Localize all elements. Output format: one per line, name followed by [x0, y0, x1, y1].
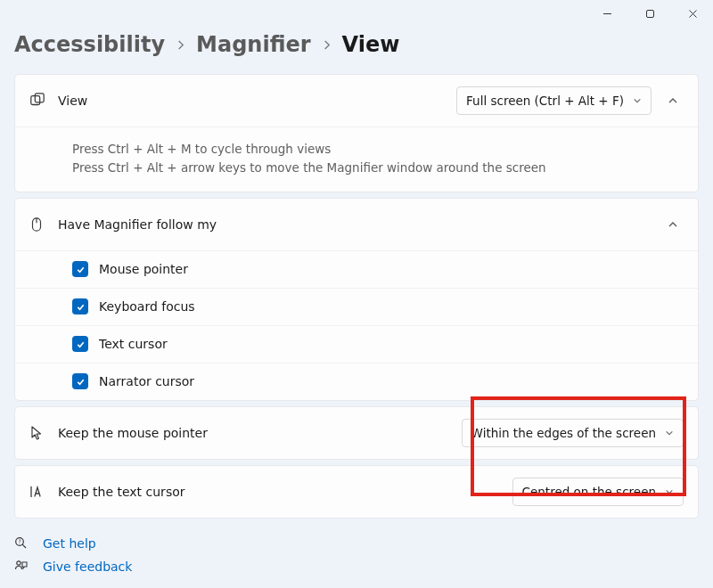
follow-label: Have Magnifier follow my	[58, 217, 662, 232]
breadcrumb-accessibility[interactable]: Accessibility	[14, 32, 165, 58]
keep-text-card: Keep the text cursor Centred on the scre…	[14, 465, 699, 519]
svg-line-10	[22, 544, 26, 548]
mouse-icon	[29, 216, 58, 233]
window-close-button[interactable]	[679, 0, 706, 27]
keep-mouse-label: Keep the mouse pointer	[58, 426, 462, 440]
follow-option-mouse-pointer[interactable]: Mouse pointer	[15, 250, 698, 288]
give-feedback-link[interactable]: Give feedback	[43, 559, 132, 574]
breadcrumb-magnifier[interactable]: Magnifier	[196, 32, 310, 58]
keep-mouse-row: Keep the mouse pointer Within the edges …	[15, 407, 698, 459]
keep-text-label: Keep the text cursor	[58, 485, 512, 499]
checkbox-checked-icon[interactable]	[72, 298, 88, 314]
svg-point-12	[17, 560, 20, 564]
follow-option-keyboard-focus[interactable]: Keyboard focus	[15, 288, 698, 325]
breadcrumb: Accessibility Magnifier View	[14, 32, 699, 58]
follow-option-label: Narrator cursor	[99, 374, 194, 388]
follow-option-label: Keyboard focus	[99, 299, 195, 314]
view-label: View	[58, 94, 456, 108]
chevron-right-icon	[322, 40, 332, 50]
keep-text-row: Keep the text cursor Centred on the scre…	[15, 466, 698, 518]
chevron-down-icon	[633, 96, 642, 105]
checkbox-checked-icon[interactable]	[72, 373, 88, 389]
chevron-down-icon	[665, 487, 674, 496]
view-hint-2: Press Ctrl + Alt + arrow keys to move th…	[72, 159, 684, 177]
follow-option-label: Mouse pointer	[99, 262, 188, 276]
chevron-right-icon	[176, 40, 185, 50]
keep-text-select[interactable]: Centred on the screen	[512, 478, 684, 506]
checkbox-checked-icon[interactable]	[72, 261, 88, 277]
breadcrumb-view: View	[342, 32, 400, 58]
keep-mouse-selected: Within the edges of the screen	[471, 426, 656, 440]
feedback-icon	[14, 559, 32, 574]
keep-mouse-select[interactable]: Within the edges of the screen	[462, 419, 684, 447]
collapse-view-section-button[interactable]	[662, 90, 684, 111]
get-help-link[interactable]: Get help	[43, 536, 96, 551]
footer-links: ? Get help Give feedback	[14, 536, 699, 574]
view-mode-selected: Full screen (Ctrl + Alt + F)	[466, 94, 624, 108]
cursor-arrow-icon	[29, 425, 58, 441]
help-icon: ?	[14, 536, 32, 551]
view-hints: Press Ctrl + Alt + M to cycle through vi…	[15, 127, 698, 192]
view-mode-select[interactable]: Full screen (Ctrl + Alt + F)	[456, 86, 652, 115]
follow-option-text-cursor[interactable]: Text cursor	[15, 325, 698, 363]
view-card: View Full screen (Ctrl + Alt + F) Press …	[14, 74, 699, 192]
view-hint-1: Press Ctrl + Alt + M to cycle through vi…	[72, 140, 684, 159]
window-minimize-button[interactable]	[594, 0, 620, 27]
svg-text:?: ?	[18, 538, 20, 544]
follow-card: Have Magnifier follow my Mouse pointer K…	[14, 198, 699, 401]
follow-header-row[interactable]: Have Magnifier follow my	[15, 199, 698, 250]
window-maximize-button[interactable]	[636, 0, 663, 27]
checkbox-checked-icon[interactable]	[72, 336, 88, 352]
follow-option-label: Text cursor	[99, 337, 168, 351]
view-header-row[interactable]: View Full screen (Ctrl + Alt + F)	[15, 75, 698, 127]
view-icon	[29, 93, 58, 109]
get-help-link-row: ? Get help	[14, 536, 699, 551]
chevron-down-icon	[665, 429, 674, 437]
keep-text-selected: Centred on the screen	[522, 485, 656, 499]
keep-mouse-card: Keep the mouse pointer Within the edges …	[14, 406, 699, 460]
collapse-follow-section-button[interactable]	[662, 214, 684, 235]
give-feedback-link-row: Give feedback	[14, 559, 699, 574]
follow-option-narrator-cursor[interactable]: Narrator cursor	[15, 363, 698, 400]
svg-rect-1	[646, 10, 653, 17]
text-cursor-icon	[29, 485, 58, 499]
